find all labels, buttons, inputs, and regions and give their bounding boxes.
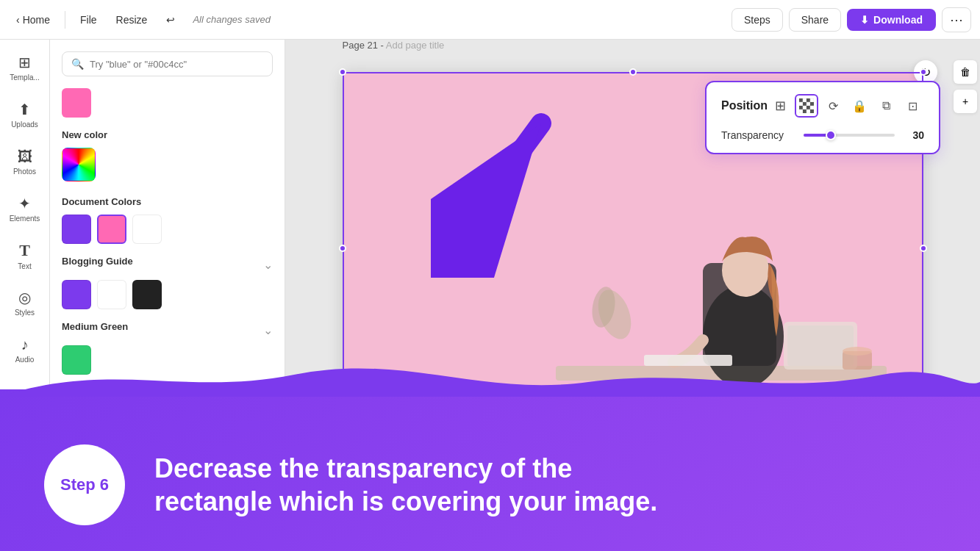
palette-expand-blogging[interactable]: ⌄: [263, 258, 273, 272]
uploads-icon: ⬆: [18, 101, 31, 118]
file-label: File: [80, 14, 97, 26]
sidebar-item-elements[interactable]: ✦ Elements: [3, 187, 47, 231]
steps-button[interactable]: Steps: [732, 8, 783, 32]
position-panel: Position ⊞: [705, 81, 940, 154]
more-options-button[interactable]: ⋯: [942, 7, 971, 32]
sidebar-item-photos[interactable]: 🖼 Photos: [3, 140, 47, 184]
arrow-element[interactable]: [431, 94, 578, 278]
audio-icon: ♪: [21, 336, 29, 353]
file-button[interactable]: File: [73, 10, 104, 30]
position-panel-icons: ⊞: [768, 94, 924, 118]
blogging-colors-row: [62, 280, 273, 309]
doc-color-pink[interactable]: [97, 215, 126, 244]
home-label: Home: [23, 14, 50, 26]
position-lock-icon[interactable]: 🔒: [848, 94, 871, 118]
page-number: 21: [367, 40, 377, 51]
resize-button[interactable]: Resize: [109, 10, 155, 30]
download-label: Download: [873, 14, 923, 26]
sidebar-item-uploads[interactable]: ⬆ Uploads: [3, 93, 47, 137]
text-icon: T: [19, 241, 30, 260]
palette-green-title: Medium Green: [62, 321, 128, 332]
topbar: ‹ Home File Resize ↩ All changes saved S…: [0, 0, 980, 40]
sidebar-item-templates[interactable]: ⊞ Templa...: [3, 46, 47, 90]
transparency-row: Transparency 30: [721, 129, 924, 141]
svg-rect-14: [803, 98, 806, 102]
search-icon: 🔍: [71, 58, 84, 70]
bottom-line2: rectangle which is covering your image.: [154, 485, 657, 518]
palette-expand-green[interactable]: ⌄: [263, 323, 273, 337]
more-icon: ⋯: [950, 12, 963, 27]
canvas-right-icons: 🗑 +: [954, 60, 977, 113]
transparency-label: Transparency: [721, 129, 795, 141]
photos-label: Photos: [13, 168, 36, 176]
changes-saved-text: All changes saved: [193, 14, 271, 25]
step-label: Step 6: [60, 475, 109, 494]
page-title-bar: Page 21 - Add page title: [343, 40, 445, 51]
rainbow-swatch[interactable]: [62, 148, 96, 181]
palette-blogging-title: Blogging Guide: [62, 256, 133, 267]
bottom-content: Step 6 Decrease the transparency of the …: [0, 419, 980, 551]
position-align-icon[interactable]: ⊞: [768, 94, 792, 118]
svg-rect-16: [810, 98, 814, 102]
svg-rect-24: [810, 106, 814, 109]
trash-icon[interactable]: 🗑: [954, 60, 977, 84]
svg-point-12: [843, 347, 872, 356]
svg-rect-17: [799, 102, 803, 106]
resize-handle-tl[interactable]: [339, 68, 346, 76]
svg-rect-20: [810, 102, 814, 106]
step-circle: Step 6: [44, 444, 125, 525]
chevron-left-icon: ‹: [16, 14, 20, 26]
position-crop-icon[interactable]: ⊡: [901, 94, 924, 118]
undo-icon: ↩: [166, 14, 175, 26]
text-label: Text: [18, 262, 31, 270]
uploads-label: Uploads: [11, 120, 38, 129]
transparency-slider-thumb[interactable]: [826, 130, 836, 140]
transparency-value: 30: [904, 129, 924, 141]
resize-handle-tr[interactable]: [920, 68, 927, 76]
new-color-row: [62, 148, 273, 181]
download-button[interactable]: ⬇ Download: [847, 9, 936, 31]
svg-rect-13: [799, 98, 803, 102]
templates-label: Templa...: [10, 73, 40, 82]
color-search-container: 🔍: [62, 51, 273, 76]
position-panel-header: Position ⊞: [721, 94, 924, 118]
document-colors-label: Document Colors: [62, 196, 273, 207]
steps-label: Steps: [744, 14, 770, 26]
resize-handle-tm[interactable]: [629, 68, 637, 76]
bottom-section: Step 6 Decrease the transparency of the …: [0, 389, 980, 551]
svg-line-1: [460, 123, 541, 234]
resize-handle-mr[interactable]: [920, 245, 927, 252]
resize-handle-ml[interactable]: [339, 245, 346, 252]
download-icon: ⬇: [860, 14, 869, 26]
topbar-left: ‹ Home File Resize ↩ All changes saved: [9, 10, 271, 30]
transparency-slider[interactable]: [804, 134, 895, 137]
back-home-button[interactable]: ‹ Home: [9, 10, 57, 30]
topbar-right: Steps Share ⬇ Download ⋯: [732, 7, 971, 32]
page-title-placeholder[interactable]: Add page title: [386, 40, 445, 51]
styles-label: Styles: [15, 309, 35, 317]
add-page-icon[interactable]: +: [954, 90, 977, 113]
position-grid-icon[interactable]: [795, 94, 818, 118]
doc-color-white[interactable]: [132, 215, 162, 244]
svg-rect-21: [799, 106, 803, 109]
sidebar-item-styles[interactable]: ◎ Styles: [3, 281, 47, 325]
new-color-swatch[interactable]: [62, 88, 91, 118]
color-search-input[interactable]: [90, 59, 263, 70]
resize-label: Resize: [116, 14, 148, 26]
share-button[interactable]: Share: [789, 8, 841, 32]
undo-button[interactable]: ↩: [159, 10, 182, 30]
blogging-color-purple[interactable]: [62, 280, 91, 309]
svg-rect-28: [810, 109, 814, 113]
bottom-description: Decrease the transparency of the rectang…: [154, 452, 657, 518]
doc-color-purple[interactable]: [62, 215, 91, 244]
position-copy-icon[interactable]: ⧉: [874, 94, 898, 118]
new-color-label: New color: [62, 129, 273, 140]
svg-rect-15: [806, 98, 810, 102]
position-icon3[interactable]: ⟳: [821, 94, 845, 118]
svg-rect-26: [803, 109, 806, 113]
blogging-color-black[interactable]: [132, 280, 162, 309]
elements-label: Elements: [10, 215, 40, 223]
blogging-color-white[interactable]: [97, 280, 126, 309]
sidebar-item-text[interactable]: T Text: [3, 234, 47, 278]
svg-rect-18: [803, 102, 806, 106]
